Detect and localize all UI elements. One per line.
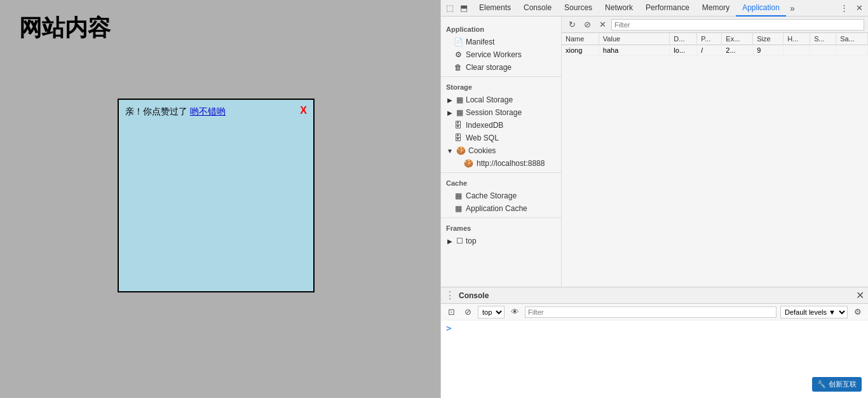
toolbar-left-icons: ⬚ ⬒ xyxy=(444,2,470,15)
cookies-filter-input[interactable] xyxy=(611,19,864,31)
manifest-label: Manifest xyxy=(466,38,494,46)
sidebar-item-cache-storage[interactable]: ▦ Cache Storage xyxy=(441,189,561,202)
sidebar-divider-3 xyxy=(441,217,561,218)
table-header-row: Name Value D... P... Ex... Size H... S..… xyxy=(562,33,868,45)
tab-performance[interactable]: Performance xyxy=(639,0,696,17)
devtools-main: Application 📄 Manifest ⚙ Service Workers… xyxy=(441,17,868,287)
delete-selected-icon[interactable]: ✕ xyxy=(596,18,609,31)
toolbar-right: ⋮ ✕ xyxy=(837,2,865,15)
frames-top-label: top xyxy=(466,237,477,245)
sidebar-item-local-storage[interactable]: ▶ ▦ Local Storage xyxy=(441,93,561,106)
sidebar-item-service-workers[interactable]: ⚙ Service Workers xyxy=(441,48,561,61)
console-filter-input[interactable] xyxy=(525,306,776,318)
col-header-secure[interactable]: S... xyxy=(810,33,836,45)
refresh-cookies-icon[interactable]: ↻ xyxy=(566,18,578,31)
session-storage-label: Session Storage xyxy=(466,108,522,117)
col-header-size[interactable]: Size xyxy=(753,33,783,45)
cookies-table: Name Value D... P... Ex... Size H... S..… xyxy=(562,33,868,56)
local-storage-icon: ▦ xyxy=(456,95,463,104)
table-cell xyxy=(783,45,810,56)
tab-console[interactable]: Console xyxy=(517,0,558,17)
close-devtools-icon[interactable]: ✕ xyxy=(853,2,865,15)
table-cell: xiong xyxy=(562,45,599,56)
console-prompt[interactable]: > xyxy=(446,323,863,333)
table-cell xyxy=(836,45,868,56)
sidebar-item-app-cache[interactable]: ▦ Application Cache xyxy=(441,202,561,215)
cookies-label: Cookies xyxy=(468,146,496,155)
col-header-samesite[interactable]: Sa... xyxy=(836,33,868,45)
watermark-icon: 🔧 xyxy=(817,380,826,388)
col-header-httponly[interactable]: H... xyxy=(783,33,810,45)
web-sql-label: Web SQL xyxy=(466,134,499,142)
watermark-text: 创新互联 xyxy=(829,380,857,389)
console-level-select[interactable]: Default levels ▼ xyxy=(780,306,848,319)
indexeddb-label: IndexedDB xyxy=(466,121,503,130)
sidebar-item-session-storage[interactable]: ▶ ▦ Session Storage xyxy=(441,106,561,119)
popup-text: 亲！你点赞过了 哟不错哟 xyxy=(125,106,307,118)
console-eye-icon[interactable]: 👁 xyxy=(508,306,521,319)
app-cache-label: Application Cache xyxy=(466,204,527,213)
console-panel: ⋮ Console ✕ ⊡ ⊘ top 👁 Default levels ▼ ⚙ xyxy=(441,287,868,398)
sidebar-item-manifest[interactable]: 📄 Manifest xyxy=(441,36,561,48)
session-storage-icon: ▦ xyxy=(456,108,463,117)
devtools-panel: ⬚ ⬒ Elements Console Sources Network Per… xyxy=(440,0,868,398)
more-options-icon[interactable]: ⋮ xyxy=(837,2,850,15)
tab-sources[interactable]: Sources xyxy=(558,0,599,17)
frames-top-icon: ☐ xyxy=(456,237,463,245)
console-body: > xyxy=(441,320,868,398)
sidebar-item-indexeddb[interactable]: 🗄 IndexedDB xyxy=(441,119,561,132)
devtools-right-panel: ↻ ⊘ ✕ Name Value D... P... xyxy=(562,17,868,287)
manifest-icon: 📄 xyxy=(454,38,463,46)
table-cell: 2... xyxy=(722,45,753,56)
col-header-path[interactable]: P... xyxy=(697,33,722,45)
session-storage-expand-icon: ▶ xyxy=(446,109,454,116)
sidebar-item-frames-top[interactable]: ▶ ☐ top xyxy=(441,235,561,247)
website-content-area: 网站内容 亲！你点赞过了 哟不错哟 X xyxy=(0,0,440,398)
popup-box: 亲！你点赞过了 哟不错哟 X xyxy=(118,99,315,292)
sidebar-item-localhost[interactable]: 🍪 http://localhost:8888 xyxy=(441,157,561,170)
table-cell: lo... xyxy=(670,45,697,56)
col-header-expires[interactable]: Ex... xyxy=(722,33,753,45)
col-header-name[interactable]: Name xyxy=(562,33,599,45)
tab-elements[interactable]: Elements xyxy=(473,0,517,17)
cookies-icon: 🍪 xyxy=(456,146,466,155)
cache-storage-label: Cache Storage xyxy=(466,191,517,200)
frames-top-expand-icon: ▶ xyxy=(446,237,454,245)
col-header-domain[interactable]: D... xyxy=(670,33,697,45)
clear-storage-label: Clear storage xyxy=(466,63,512,72)
cache-section-header: Cache xyxy=(441,177,561,189)
console-prompt-symbol: > xyxy=(446,323,451,333)
tab-application[interactable]: Application xyxy=(736,0,786,17)
clear-cookies-icon[interactable]: ⊘ xyxy=(581,18,593,31)
cookies-expand-icon: ▼ xyxy=(446,147,454,154)
console-context-select[interactable]: top xyxy=(478,306,505,319)
cookies-table-container: Name Value D... P... Ex... Size H... S..… xyxy=(562,33,868,287)
table-cell: haha xyxy=(599,45,670,56)
app-cache-icon: ▦ xyxy=(454,204,463,213)
indexeddb-icon: 🗄 xyxy=(454,121,463,130)
tab-network[interactable]: Network xyxy=(599,0,639,17)
console-settings-icon[interactable]: ⚙ xyxy=(851,306,864,319)
table-cell: / xyxy=(697,45,722,56)
tab-memory[interactable]: Memory xyxy=(696,0,736,17)
col-header-value[interactable]: Value xyxy=(599,33,670,45)
console-block-icon[interactable]: ⊡ xyxy=(445,306,458,319)
sidebar-item-web-sql[interactable]: 🗄 Web SQL xyxy=(441,132,561,144)
local-storage-expand-icon: ▶ xyxy=(446,96,454,104)
sidebar-item-cookies[interactable]: ▼ 🍪 Cookies xyxy=(441,144,561,157)
popup-link[interactable]: 哟不错哟 xyxy=(190,106,226,116)
service-workers-label: Service Workers xyxy=(466,50,522,59)
application-section-header: Application xyxy=(441,23,561,36)
sidebar-item-clear-storage[interactable]: 🗑 Clear storage xyxy=(441,61,561,74)
device-toolbar-icon[interactable]: ⬒ xyxy=(458,2,470,15)
console-drag-handle[interactable]: ⋮ xyxy=(445,289,455,301)
table-row[interactable]: xionghahalo.../2...9 xyxy=(562,45,868,56)
clear-storage-icon: 🗑 xyxy=(454,63,463,72)
console-close-icon[interactable]: ✕ xyxy=(856,289,864,301)
console-clear-icon[interactable]: ⊘ xyxy=(461,306,474,319)
cache-storage-icon: ▦ xyxy=(454,191,463,200)
popup-close-button[interactable]: X xyxy=(300,105,307,116)
console-title: Console xyxy=(459,291,489,300)
more-tabs-icon[interactable]: » xyxy=(786,2,799,15)
inspect-element-icon[interactable]: ⬚ xyxy=(444,2,456,15)
